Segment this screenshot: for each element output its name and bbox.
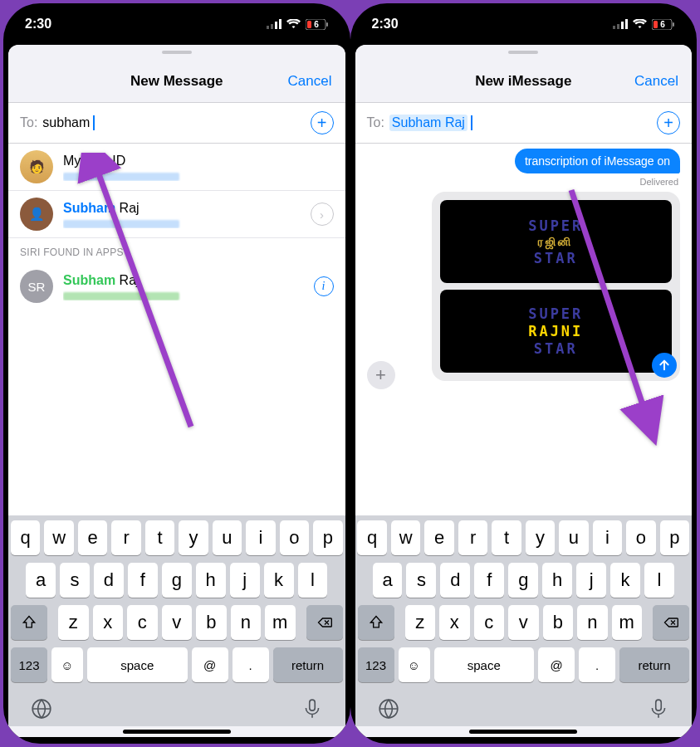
at-key[interactable]: @	[538, 647, 575, 682]
backspace-key[interactable]	[653, 605, 689, 640]
letter-key-s[interactable]: s	[60, 563, 90, 598]
globe-icon[interactable]	[31, 698, 52, 720]
letter-key-o[interactable]: o	[280, 520, 309, 555]
send-button[interactable]	[652, 353, 677, 378]
letter-key-x[interactable]: x	[439, 605, 470, 640]
cancel-button[interactable]: Cancel	[634, 73, 678, 90]
letter-key-d[interactable]: d	[440, 563, 470, 598]
backspace-key[interactable]	[306, 605, 343, 640]
letter-key-o[interactable]: o	[626, 520, 655, 555]
attachment-preview[interactable]: SUPERரஜினிSTAR SUPERRAJNISTAR	[432, 192, 681, 381]
attach-button[interactable]: +	[367, 361, 395, 389]
dot-key[interactable]: .	[233, 647, 269, 682]
letter-key-r[interactable]: r	[458, 520, 487, 555]
chevron-icon[interactable]: ›	[311, 203, 334, 226]
letter-key-q[interactable]: q	[357, 520, 386, 555]
add-contact-button[interactable]: +	[657, 111, 680, 134]
letter-key-k[interactable]: k	[610, 563, 640, 598]
letter-key-m[interactable]: m	[265, 605, 296, 640]
letter-key-g[interactable]: g	[162, 563, 192, 598]
emoji-key[interactable]: ☺	[51, 647, 83, 682]
letter-key-a[interactable]: a	[26, 563, 56, 598]
letter-key-w[interactable]: w	[391, 520, 420, 555]
home-indicator[interactable]	[469, 730, 577, 734]
to-input[interactable]: subham	[42, 115, 95, 131]
to-field-row[interactable]: To: Subham Raj +	[355, 103, 693, 144]
return-key[interactable]: return	[619, 647, 689, 682]
letter-key-z[interactable]: z	[405, 605, 436, 640]
letter-key-b[interactable]: b	[196, 605, 227, 640]
home-indicator[interactable]	[123, 730, 231, 734]
letter-key-t[interactable]: t	[492, 520, 521, 555]
letter-key-b[interactable]: b	[543, 605, 574, 640]
letter-key-v[interactable]: v	[162, 605, 193, 640]
contact-name: Subham Raj	[63, 273, 314, 288]
sheet-handle[interactable]	[355, 45, 693, 60]
letter-key-c[interactable]: c	[127, 605, 158, 640]
letter-key-u[interactable]: u	[213, 520, 242, 555]
contact-row[interactable]: SR Subham Raj i	[8, 263, 345, 310]
add-contact-button[interactable]: +	[311, 111, 334, 134]
emoji-key[interactable]: ☺	[399, 647, 430, 682]
letter-key-g[interactable]: g	[508, 563, 538, 598]
letter-key-v[interactable]: v	[508, 605, 539, 640]
letter-key-n[interactable]: n	[577, 605, 608, 640]
letter-key-i[interactable]: i	[246, 520, 275, 555]
letter-key-x[interactable]: x	[93, 605, 124, 640]
letter-key-h[interactable]: h	[196, 563, 226, 598]
letter-key-a[interactable]: a	[373, 563, 403, 598]
status-time: 2:30	[372, 17, 399, 32]
info-icon[interactable]: i	[314, 276, 334, 296]
letter-key-n[interactable]: n	[231, 605, 262, 640]
recipient-chip[interactable]: Subham Raj	[389, 115, 467, 131]
letter-key-w[interactable]: w	[44, 520, 73, 555]
conversation[interactable]: transcription of iMessage on Delivered +…	[355, 144, 693, 515]
contact-row[interactable]: 🧑 My Test ID	[8, 144, 345, 191]
shift-key[interactable]	[358, 605, 394, 640]
dot-key[interactable]: .	[579, 647, 615, 682]
letter-key-f[interactable]: f	[474, 563, 504, 598]
sheet-header: New iMessage Cancel	[355, 60, 693, 103]
letter-key-q[interactable]: q	[11, 520, 40, 555]
letter-key-y[interactable]: y	[526, 520, 555, 555]
to-field-row[interactable]: To: subham +	[8, 103, 345, 144]
letter-key-k[interactable]: k	[264, 563, 294, 598]
numeric-key[interactable]: 123	[358, 647, 394, 682]
letter-key-j[interactable]: j	[230, 563, 260, 598]
sheet-handle[interactable]	[8, 45, 345, 60]
numeric-key[interactable]: 123	[11, 647, 47, 682]
letter-key-j[interactable]: j	[576, 563, 606, 598]
letter-key-p[interactable]: p	[313, 520, 342, 555]
keyboard[interactable]: qwertyuiop asdfghjkl zxcvbnm 123 ☺ space…	[355, 515, 693, 726]
return-key[interactable]: return	[273, 647, 343, 682]
mic-icon[interactable]	[301, 698, 323, 720]
mic-icon[interactable]	[648, 698, 669, 720]
letter-key-s[interactable]: s	[406, 563, 436, 598]
letter-key-m[interactable]: m	[612, 605, 643, 640]
letter-key-p[interactable]: p	[660, 520, 689, 555]
svg-rect-21	[656, 700, 662, 710]
letter-key-i[interactable]: i	[593, 520, 622, 555]
letter-key-e[interactable]: e	[424, 520, 453, 555]
letter-key-z[interactable]: z	[58, 605, 89, 640]
letter-key-t[interactable]: t	[145, 520, 174, 555]
space-key[interactable]: space	[87, 647, 188, 682]
letter-key-l[interactable]: l	[644, 563, 674, 598]
letter-key-h[interactable]: h	[542, 563, 572, 598]
contact-row[interactable]: 👤 Subham Raj ›	[8, 191, 345, 238]
shift-key[interactable]	[11, 605, 47, 640]
letter-key-e[interactable]: e	[78, 520, 107, 555]
letter-key-c[interactable]: c	[474, 605, 505, 640]
letter-key-y[interactable]: y	[179, 520, 208, 555]
letter-key-u[interactable]: u	[559, 520, 588, 555]
letter-key-f[interactable]: f	[128, 563, 158, 598]
keyboard[interactable]: qwertyuiop asdfghjkl zxcvbnm 123 ☺ space…	[8, 515, 345, 726]
cancel-button[interactable]: Cancel	[288, 73, 332, 90]
space-key[interactable]: space	[434, 647, 535, 682]
globe-icon[interactable]	[378, 698, 399, 720]
at-key[interactable]: @	[192, 647, 228, 682]
letter-key-r[interactable]: r	[111, 520, 140, 555]
to-label: To:	[367, 115, 384, 130]
letter-key-l[interactable]: l	[298, 563, 328, 598]
letter-key-d[interactable]: d	[94, 563, 124, 598]
